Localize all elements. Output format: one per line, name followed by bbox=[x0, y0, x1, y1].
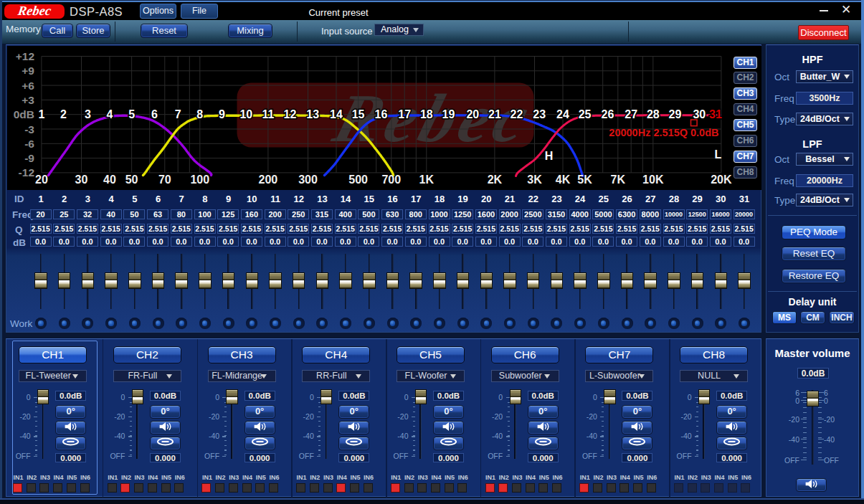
svg-text:6: 6 bbox=[151, 108, 157, 120]
svg-text:15: 15 bbox=[351, 108, 364, 120]
svg-text:29: 29 bbox=[668, 108, 681, 120]
svg-text:0dB: 0dB bbox=[13, 108, 34, 120]
svg-text:25: 25 bbox=[578, 108, 591, 120]
svg-text:7K: 7K bbox=[610, 173, 625, 185]
svg-text:11: 11 bbox=[262, 108, 274, 120]
svg-text:H: H bbox=[544, 149, 553, 161]
svg-text:200: 200 bbox=[258, 173, 277, 185]
svg-text:17: 17 bbox=[398, 108, 411, 120]
svg-text:10: 10 bbox=[239, 108, 252, 120]
svg-text:8: 8 bbox=[196, 108, 203, 120]
svg-text:-6: -6 bbox=[24, 137, 34, 149]
svg-text:-3: -3 bbox=[24, 123, 34, 135]
svg-text:300: 300 bbox=[298, 173, 318, 185]
svg-text:50: 50 bbox=[125, 173, 138, 185]
svg-text:-9: -9 bbox=[24, 152, 34, 164]
svg-text:10K: 10K bbox=[642, 173, 664, 185]
svg-text:27: 27 bbox=[625, 108, 637, 120]
svg-text:L: L bbox=[714, 148, 721, 160]
svg-text:40: 40 bbox=[103, 173, 116, 185]
svg-text:+3: +3 bbox=[22, 93, 34, 105]
svg-text:1: 1 bbox=[38, 108, 44, 120]
svg-text:22: 22 bbox=[510, 108, 523, 120]
svg-text:30: 30 bbox=[75, 173, 87, 185]
svg-text:20K: 20K bbox=[711, 173, 732, 185]
svg-text:+9: +9 bbox=[22, 65, 34, 77]
svg-text:70: 70 bbox=[158, 173, 171, 185]
svg-text:-12: -12 bbox=[18, 166, 34, 179]
svg-text:4: 4 bbox=[106, 108, 113, 120]
svg-text:20: 20 bbox=[35, 173, 48, 185]
svg-text:700: 700 bbox=[381, 173, 401, 185]
svg-text:1K: 1K bbox=[419, 173, 434, 185]
svg-text:16: 16 bbox=[374, 108, 387, 120]
svg-text:+6: +6 bbox=[22, 79, 34, 91]
svg-text:30: 30 bbox=[693, 108, 706, 120]
svg-text:100: 100 bbox=[190, 173, 209, 185]
svg-text:2K: 2K bbox=[487, 173, 502, 185]
svg-text:9: 9 bbox=[218, 108, 224, 120]
svg-text:23: 23 bbox=[533, 108, 546, 120]
svg-text:28: 28 bbox=[646, 108, 659, 120]
svg-text:21: 21 bbox=[488, 108, 501, 120]
svg-text:5: 5 bbox=[128, 108, 135, 120]
svg-text:19: 19 bbox=[442, 108, 455, 120]
svg-text:4K: 4K bbox=[555, 173, 570, 185]
svg-text:3K: 3K bbox=[527, 173, 542, 185]
svg-text:5K: 5K bbox=[577, 173, 592, 185]
svg-text:7: 7 bbox=[174, 108, 181, 120]
svg-text:20000Hz 2.515Q 0.0dB: 20000Hz 2.515Q 0.0dB bbox=[609, 127, 718, 138]
svg-text:12: 12 bbox=[283, 108, 296, 120]
svg-text:2: 2 bbox=[60, 108, 67, 120]
svg-text:20: 20 bbox=[466, 108, 479, 120]
svg-text:24: 24 bbox=[556, 108, 569, 120]
svg-text:3: 3 bbox=[84, 108, 90, 120]
svg-text:18: 18 bbox=[419, 108, 432, 120]
svg-text:26: 26 bbox=[601, 108, 614, 120]
svg-text:+12: +12 bbox=[15, 50, 34, 62]
svg-text:13: 13 bbox=[306, 108, 319, 120]
svg-text:31: 31 bbox=[709, 108, 722, 120]
svg-text:500: 500 bbox=[348, 173, 368, 185]
svg-text:14: 14 bbox=[330, 108, 343, 120]
